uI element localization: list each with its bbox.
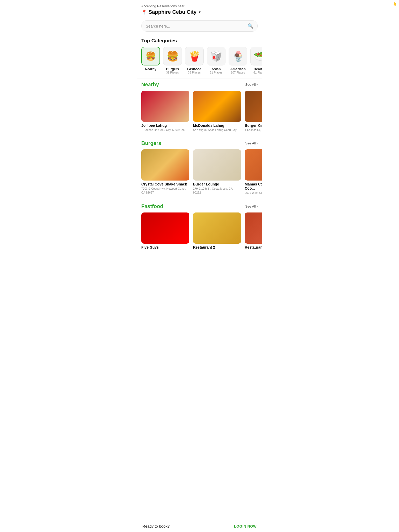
category-icon-nearby: 🍔👆 (141, 47, 160, 65)
location-name: Sapphire Cebu City (149, 9, 196, 15)
location-dropdown-icon[interactable]: ▼ (198, 10, 201, 14)
categories-scroll: 🍔👆Nearby🍔Burgers39 Places🍟Fastfood38 Pla… (137, 46, 262, 77)
burgers-section-header: Burgers See All> (137, 138, 262, 147)
search-icon[interactable]: 🔍 (248, 23, 253, 29)
category-icon-fastfood: 🍟 (185, 47, 204, 65)
category-count-burgers: 39 Places (166, 71, 179, 74)
divider-1 (137, 78, 262, 78)
category-item-nearby[interactable]: 🍔👆Nearby (141, 47, 160, 74)
restaurant-card-address: 279 E 17th St, Costa Mesa, CA 90232 (193, 187, 241, 194)
fastfood-see-all[interactable]: See All> (245, 204, 258, 208)
accepting-text: Accepting Reservations near: (141, 4, 258, 8)
category-label-fastfood: Fastfood (187, 67, 202, 71)
restaurant-card-address: San Miguel Apas Lahug Cebu City (193, 128, 241, 132)
restaurant-card-name: Five Guys (141, 245, 189, 249)
category-label-asian: Asian (211, 67, 221, 71)
category-count-american: 107 Places (231, 71, 245, 74)
category-item-burgers[interactable]: 🍔Burgers39 Places (163, 47, 182, 74)
location-pin-icon: 📍 (141, 9, 147, 15)
restaurant-card-image (193, 212, 241, 244)
location-row[interactable]: 📍 Sapphire Cebu City ▼ (141, 9, 258, 15)
restaurant-card[interactable]: Burger Lounge279 E 17th St, Costa Mesa, … (193, 149, 241, 195)
restaurant-card-name: McDonalds Lahug (193, 123, 241, 128)
fastfood-section: Fastfood See All> Five GuysRestaurant 2R… (137, 201, 262, 275)
burgers-title: Burgers (141, 140, 161, 146)
restaurant-card-address: 7703 E Coast Hwy, Newport Coast, CA 9265… (141, 187, 189, 194)
nearby-cards-scroll: Jollibee Lahug1 Salinas Dr, Cebu City, 6… (137, 89, 262, 136)
category-item-asian[interactable]: 🥡Asian21 Places (207, 47, 225, 74)
restaurant-card-name: Mamas Comfort Food & Coo... (245, 182, 262, 190)
restaurant-card[interactable]: Restaurant 2 (193, 212, 241, 250)
restaurant-card-image (141, 212, 189, 244)
category-label-healthy: Healthy (254, 67, 262, 71)
restaurant-card-image (245, 212, 262, 244)
restaurant-card-image (141, 91, 189, 122)
nearby-section-header: Nearby See All> (137, 79, 262, 89)
divider-3 (137, 200, 262, 200)
category-item-american[interactable]: 🍨American107 Places (229, 47, 247, 74)
restaurant-card-name: Restaurant 2 (193, 245, 241, 249)
restaurant-card[interactable]: Restaurant 3 (245, 212, 262, 250)
category-count-healthy: 61 Places (254, 71, 262, 74)
nearby-see-all[interactable]: See All> (245, 83, 258, 87)
restaurant-card-image (141, 149, 189, 181)
restaurant-card-address: 2601 West Coast Hwy, Newport Be... (245, 191, 262, 195)
category-icon-american: 🍨 (229, 47, 247, 65)
restaurant-card-image (193, 149, 241, 181)
category-count-fastfood: 38 Places (188, 71, 201, 74)
category-label-burgers: Burgers (166, 67, 179, 71)
restaurant-card-address: 1 Salinas Dr, Cebu City, 6000 Cebu (141, 128, 189, 132)
restaurant-card-image (245, 149, 262, 181)
category-icon-burgers: 🍔 (163, 47, 182, 65)
restaurant-card-image (245, 91, 262, 122)
restaurant-card-name: Jollibee Lahug (141, 123, 189, 128)
restaurant-card[interactable]: Crystal Cove Shake Shack7703 E Coast Hwy… (141, 149, 189, 195)
nearby-title: Nearby (141, 82, 159, 88)
restaurant-card[interactable]: McDonalds LahugSan Miguel Apas Lahug Ceb… (193, 91, 241, 132)
category-label-american: American (230, 67, 245, 71)
category-count-asian: 21 Places (210, 71, 222, 74)
burgers-see-all[interactable]: See All> (245, 141, 258, 145)
restaurant-card-address: 1 Salinas Dr, Cebu City, 6000 Cebu (245, 128, 262, 132)
category-item-fastfood[interactable]: 🍟Fastfood38 Places (185, 47, 204, 74)
categories-title: Top Categories (137, 35, 262, 46)
category-label-nearby: Nearby (145, 67, 156, 71)
top-bar: Accepting Reservations near: 📍 Sapphire … (137, 0, 262, 17)
restaurant-card-name: Restaurant 3 (245, 245, 262, 249)
fastfood-title: Fastfood (141, 203, 163, 209)
restaurant-card[interactable]: Jollibee Lahug1 Salinas Dr, Cebu City, 6… (141, 91, 189, 132)
category-icon-healthy: 🥗 (250, 47, 262, 65)
burgers-cards-scroll: Crystal Cove Shake Shack7703 E Coast Hwy… (137, 147, 262, 199)
restaurant-card-name: Burger Lounge (193, 182, 241, 186)
category-item-healthy[interactable]: 🥗Healthy61 Places (250, 47, 262, 74)
fastfood-section-header: Fastfood See All> (137, 201, 262, 210)
divider-2 (137, 137, 262, 137)
restaurant-card-name: Burger King Escario 1 (245, 123, 262, 128)
restaurant-card-image (193, 91, 241, 122)
fastfood-cards-scroll: Five GuysRestaurant 2Restaurant 3 (137, 210, 262, 254)
search-input[interactable] (146, 24, 248, 28)
search-bar[interactable]: 🔍 (141, 20, 258, 32)
category-icon-asian: 🥡 (207, 47, 225, 65)
restaurant-card[interactable]: Burger King Escario 11 Salinas Dr, Cebu … (245, 91, 262, 132)
restaurant-card[interactable]: Mamas Comfort Food & Coo...2601 West Coa… (245, 149, 262, 195)
restaurant-card[interactable]: Five Guys (141, 212, 189, 250)
restaurant-card-name: Crystal Cove Shake Shack (141, 182, 189, 186)
